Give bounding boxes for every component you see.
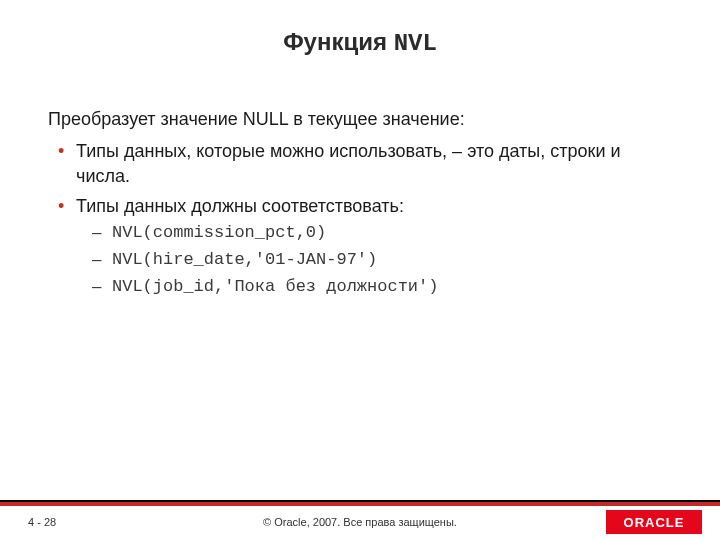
logo-text: ORACLE [624, 515, 685, 530]
title-code: NVL [394, 30, 437, 57]
bullet-item: Типы данных должны соответствовать: NVL(… [76, 194, 672, 299]
bullet-text: Типы данных должны соответствовать: [76, 196, 404, 216]
slide-content: Преобразует значение NULL в текущее знач… [0, 57, 720, 299]
slide-title: Функция NVL [0, 0, 720, 57]
example-item: NVL(job_id,'Пока без должности') [112, 276, 672, 299]
slide: Функция NVL Преобразует значение NULL в … [0, 0, 720, 540]
example-item: NVL(hire_date,'01-JAN-97') [112, 249, 672, 272]
example-item: NVL(commission_pct,0) [112, 222, 672, 245]
oracle-logo: ORACLE [606, 510, 702, 534]
bullet-item: Типы данных, которые можно использовать,… [76, 139, 672, 188]
example-list: NVL(commission_pct,0) NVL(hire_date,'01-… [76, 222, 672, 299]
footer-divider [0, 502, 720, 506]
lead-text: Преобразует значение NULL в текущее знач… [48, 107, 672, 131]
title-prefix: Функция [283, 28, 394, 55]
bullet-text: Типы данных, которые можно использовать,… [76, 141, 621, 185]
bullet-list: Типы данных, которые можно использовать,… [48, 139, 672, 299]
